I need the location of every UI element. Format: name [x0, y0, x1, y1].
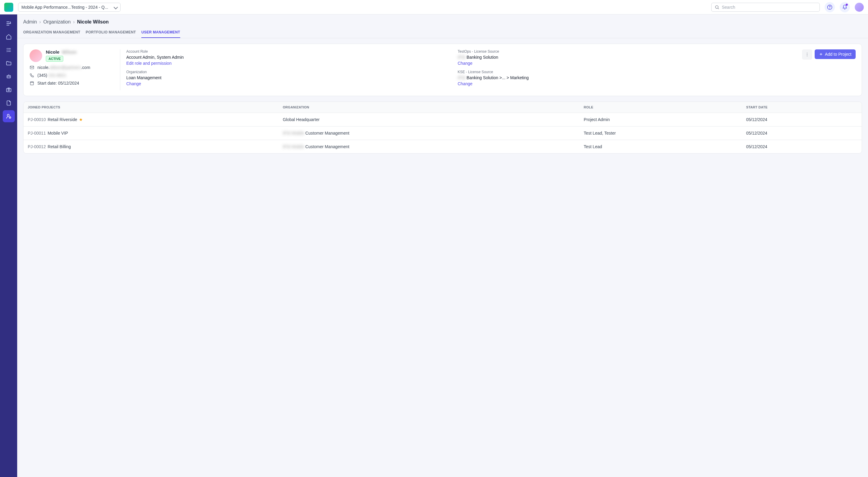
notification-dot [846, 4, 848, 6]
user-avatar [30, 49, 42, 62]
col-organization: ORGANIZATION [278, 102, 580, 113]
project-org: IFSI Mobile Customer Management [278, 140, 580, 154]
edit-role-link[interactable]: Edit role and permission [126, 61, 172, 66]
change-kse-link[interactable]: Change [458, 81, 472, 86]
project-name: Retail Billing [48, 144, 71, 149]
table-row[interactable]: PJ-00012Retail BillingIFSI Mobile Custom… [24, 140, 862, 154]
testops-label: TestOps - License Source [458, 49, 789, 54]
home-icon [6, 34, 12, 40]
add-to-project-button[interactable]: Add to Project [815, 49, 856, 59]
user-avatar-menu[interactable] [855, 3, 864, 12]
svg-point-15 [807, 56, 807, 56]
project-org: IFSI Mobile Customer Management [278, 127, 580, 140]
document-icon [6, 100, 12, 106]
project-id: PJ-00012 [28, 144, 46, 149]
folder-icon [6, 60, 12, 66]
search-input-wrapper[interactable] [711, 3, 820, 12]
mail-icon [30, 65, 34, 70]
account-role-value: Account Admin, System Admin [126, 55, 452, 60]
expand-icon [5, 20, 12, 27]
project-role: Test Lead [580, 140, 742, 154]
tabs: ORGANIZATION MANAGEMENT PORTFOLIO MANAGE… [17, 27, 868, 38]
search-icon [715, 5, 719, 10]
breadcrumb-organization[interactable]: Organization [43, 19, 71, 25]
kse-label: KSE - License Source [458, 70, 789, 74]
svg-rect-12 [30, 81, 34, 85]
project-selector[interactable]: Mobile App Performance...Testing - 2024 … [18, 3, 121, 12]
project-start-date: 05/12/2024 [742, 113, 862, 127]
svg-point-8 [8, 89, 9, 91]
col-joined-projects: JOINED PROJECTS [24, 102, 278, 113]
tab-user-management[interactable]: USER MANAGEMENT [141, 27, 180, 38]
more-vertical-icon [805, 52, 809, 57]
tab-portfolio-management[interactable]: PORTFOLIO MANAGEMENT [86, 27, 136, 38]
project-id: PJ-00010 [28, 117, 46, 122]
star-icon: ★ [79, 117, 83, 122]
breadcrumb-sep: › [39, 19, 41, 25]
project-name: Mobile VIP [48, 131, 68, 136]
testops-value: IFSI Banking Solution [458, 55, 789, 60]
table-row[interactable]: PJ-00011Mobile VIPIFSI Mobile Customer M… [24, 127, 862, 140]
checklist-icon [6, 47, 12, 53]
tab-organization-management[interactable]: ORGANIZATION MANAGEMENT [23, 27, 80, 38]
table-row[interactable]: PJ-00010Retail Riverside★Global Headquar… [24, 113, 862, 127]
breadcrumb: Admin › Organization › Nicole Wilson [17, 14, 868, 27]
user-detail-card: Nicole Wilson ACTIVE nicole.wilson@partn… [23, 44, 862, 96]
user-start-date: Start date: 05/12/2024 [30, 81, 114, 86]
project-selector-label: Mobile App Performance...Testing - 2024 … [22, 5, 112, 10]
change-organization-link[interactable]: Change [126, 81, 141, 86]
user-first-name: Nicole [46, 49, 59, 55]
project-start-date: 05/12/2024 [742, 127, 862, 140]
breadcrumb-admin[interactable]: Admin [23, 19, 37, 25]
topbar: Mobile App Performance...Testing - 2024 … [0, 0, 868, 14]
user-phone: (345) 231-8821 [30, 73, 114, 78]
svg-point-14 [807, 54, 807, 55]
phone-icon [30, 73, 34, 78]
help-button[interactable] [825, 2, 835, 12]
chevron-down-icon [114, 5, 117, 10]
main-content: Admin › Organization › Nicole Wilson ORG… [17, 14, 868, 477]
sidebar-item-home[interactable] [3, 31, 15, 43]
svg-point-3 [830, 8, 830, 8]
change-testops-link[interactable]: Change [458, 61, 472, 66]
breadcrumb-sep: › [73, 19, 74, 25]
account-role-label: Account Role [126, 49, 452, 54]
user-email: nicole.wilson@partners.com [30, 65, 114, 70]
more-actions-button[interactable] [802, 49, 812, 60]
sidebar-item-tasks[interactable] [3, 44, 15, 56]
sidebar-item-document[interactable] [3, 97, 15, 109]
organization-label: Organization [126, 70, 452, 74]
project-start-date: 05/12/2024 [742, 140, 862, 154]
svg-point-13 [807, 53, 807, 53]
calendar-icon [30, 81, 34, 86]
sidebar-item-robot[interactable] [3, 70, 15, 82]
joined-projects-table: JOINED PROJECTS ORGANIZATION ROLE START … [23, 101, 862, 154]
project-role: Project Admin [580, 113, 742, 127]
app-logo [4, 3, 13, 12]
user-last-name: Wilson [62, 49, 76, 55]
robot-icon [6, 73, 12, 79]
notifications-button[interactable] [840, 2, 850, 12]
search-input[interactable] [722, 5, 816, 10]
sidebar-item-camera[interactable] [3, 84, 15, 96]
organization-value: Loan Management [126, 75, 452, 80]
project-role: Test Lead, Tester [580, 127, 742, 140]
camera-icon [6, 87, 12, 93]
sidebar-toggle[interactable] [3, 18, 15, 30]
svg-point-5 [7, 76, 8, 77]
col-role: ROLE [580, 102, 742, 113]
svg-point-6 [9, 76, 10, 77]
sidebar-item-folders[interactable] [3, 57, 15, 69]
plus-icon [819, 52, 823, 56]
sidebar-item-user-settings[interactable] [3, 110, 15, 122]
status-badge: ACTIVE [46, 56, 63, 62]
svg-line-1 [718, 8, 719, 9]
svg-rect-7 [6, 89, 11, 92]
kse-value: IFSI Banking Solution >... > Marketing [458, 75, 789, 80]
add-to-project-label: Add to Project [825, 52, 851, 57]
sidebar [0, 14, 17, 477]
help-icon [827, 4, 832, 10]
breadcrumb-current: Nicole Wilson [77, 19, 109, 25]
project-org: Global Headquarter [278, 113, 580, 127]
svg-point-9 [7, 114, 9, 116]
